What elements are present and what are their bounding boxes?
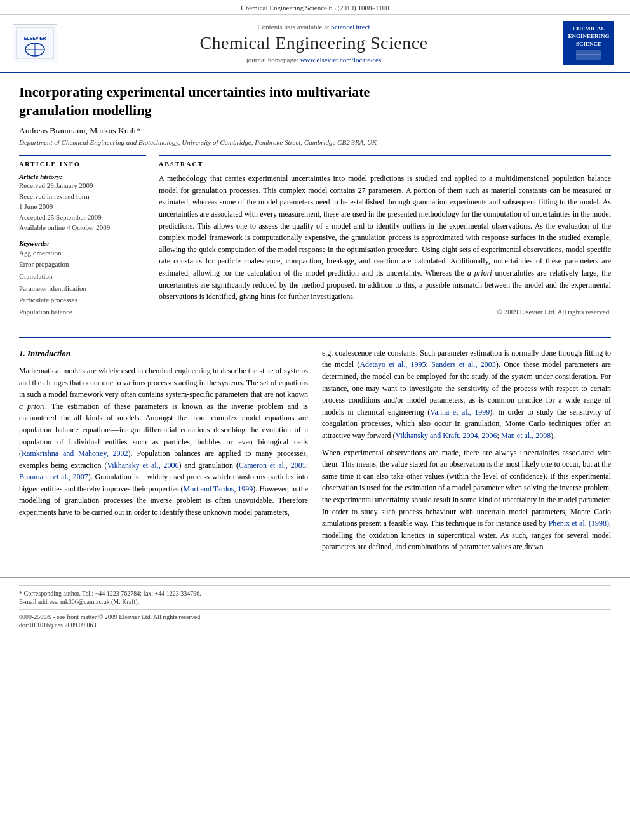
journal-homepage-link[interactable]: www.elsevier.com/locate/ces xyxy=(300,56,382,63)
intro-section-title: 1. Introduction xyxy=(19,347,308,360)
article-history: Article history: Received 29 January 200… xyxy=(19,173,146,233)
abstract-col: ABSTRACT A methodology that carries expe… xyxy=(159,155,611,324)
abstract-heading: ABSTRACT xyxy=(159,161,611,168)
journal-bar: Chemical Engineering Science 65 (2010) 1… xyxy=(0,0,630,15)
keywords-list: Agglomeration Error propagation Granulat… xyxy=(19,247,146,318)
journal-citation: Chemical Engineering Science 65 (2010) 1… xyxy=(241,4,389,11)
journal-title: Chemical Engineering Science xyxy=(199,33,427,53)
keywords-label: Keywords: xyxy=(19,239,146,247)
elsevier-logo: ELSEVIER xyxy=(13,24,57,62)
intro-para-right-1: e.g. coalescence rate constants. Such pa… xyxy=(322,347,611,442)
copyright: © 2009 Elsevier Ltd. All rights reserved… xyxy=(159,308,611,316)
history-label: Article history: xyxy=(19,173,146,180)
article-info-heading: ARTICLE INFO xyxy=(19,161,146,168)
journal-title-area: Contents lists available at ScienceDirec… xyxy=(67,21,560,65)
elsevier-logo-area: ELSEVIER xyxy=(13,21,57,65)
issn-note: 0009-2509/$ - see front matter © 2009 El… xyxy=(19,613,611,620)
journal-homepage: journal homepage: www.elsevier.com/locat… xyxy=(246,56,382,63)
sciencedirect-link: Contents lists available at ScienceDirec… xyxy=(257,23,370,30)
corresponding-author-note: * Corresponding author. Tel.: +44 1223 7… xyxy=(19,590,611,597)
main-content: Incorporating experimental uncertainties… xyxy=(0,73,630,571)
ces-logo-area: CHEMICAL ENGINEERING SCIENCE xyxy=(560,21,617,65)
body-left-col: 1. Introduction Mathematical models are … xyxy=(19,347,308,558)
svg-text:ELSEVIER: ELSEVIER xyxy=(24,36,46,41)
intro-para-1: Mathematical models are widely used in c… xyxy=(19,365,308,519)
journal-header: ELSEVIER Contents lists available at Sci… xyxy=(0,15,630,73)
keyword-agglomeration: Agglomeration xyxy=(19,247,146,259)
email-note: E-mail address: mk306@cam.ac.uk (M. Kraf… xyxy=(19,598,611,605)
footer: * Corresponding author. Tel.: +44 1223 7… xyxy=(0,577,630,634)
article-info-col: ARTICLE INFO Article history: Received 2… xyxy=(19,155,146,324)
keyword-error: Error propagation xyxy=(19,258,146,270)
ces-logo: CHEMICAL ENGINEERING SCIENCE xyxy=(563,21,614,65)
keyword-granulation: Granulation xyxy=(19,270,146,283)
keyword-parameter: Parameter identification xyxy=(19,283,146,295)
sciencedirect-url[interactable]: ScienceDirect xyxy=(331,23,370,30)
affiliation: Department of Chemical Engineering and B… xyxy=(19,138,611,146)
history-text: Received 29 January 2009 Received in rev… xyxy=(19,180,146,233)
keyword-population: Population balance xyxy=(19,306,146,318)
doi-note: doi:10.1016/j.ces.2009.09.063 xyxy=(19,622,611,629)
page: Chemical Engineering Science 65 (2010) 1… xyxy=(0,0,630,840)
keyword-particulate: Particulate processes xyxy=(19,294,146,306)
body-content: 1. Introduction Mathematical models are … xyxy=(19,337,611,558)
footer-divider-2 xyxy=(19,609,611,610)
footer-divider xyxy=(19,585,611,586)
elsevier-logo-svg: ELSEVIER xyxy=(16,27,54,59)
authors: Andreas Braumann, Markus Kraft* xyxy=(19,126,611,136)
abstract-text: A methodology that carries experimental … xyxy=(159,173,611,303)
body-two-col: 1. Introduction Mathematical models are … xyxy=(19,347,611,558)
article-title: Incorporating experimental uncertainties… xyxy=(19,83,387,119)
intro-para-right-2: When experimental observations are made,… xyxy=(322,447,611,553)
article-meta-area: ARTICLE INFO Article history: Received 2… xyxy=(19,155,611,324)
body-right-col: e.g. coalescence rate constants. Such pa… xyxy=(322,347,611,558)
keywords-group: Keywords: Agglomeration Error propagatio… xyxy=(19,239,146,318)
ces-logo-graphic xyxy=(573,48,605,61)
and-word: and xyxy=(359,257,370,265)
